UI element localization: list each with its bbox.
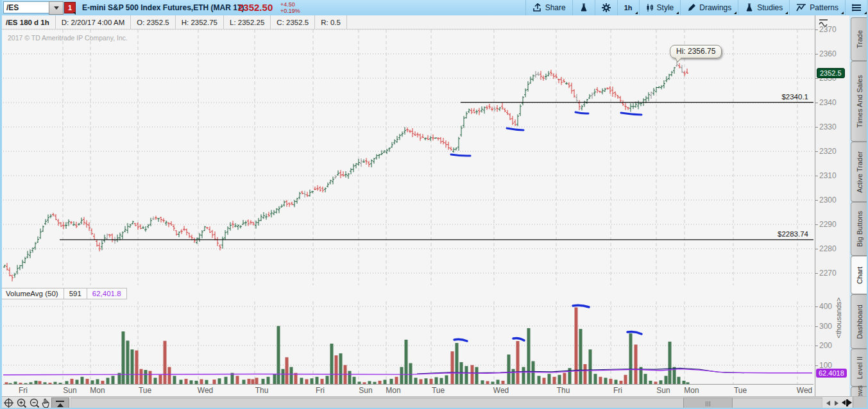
time-axis-label: Wed <box>792 386 817 395</box>
symbol-dropdown-button[interactable] <box>49 1 64 15</box>
zoom-in-icon[interactable] <box>17 398 27 408</box>
chart-toolbar: 1 E-mini S&P 500 Index Futures,ETH (MAR … <box>0 0 868 15</box>
share-label: Share <box>545 3 566 12</box>
volume-study-header: VolumeAvg (50) 591 62,401.8 <box>0 288 127 299</box>
volume-axis-tick-label: 200 <box>819 341 832 350</box>
price-axis-tick-label: 2280 <box>819 244 837 253</box>
style-label: Style <box>657 3 674 12</box>
zoom-out-icon[interactable] <box>30 398 40 408</box>
axis-tick <box>815 365 818 366</box>
patterns-button[interactable]: Patterns <box>789 0 845 15</box>
price-axis-tick-label: 2320 <box>819 147 837 156</box>
price-axis-tick-label: 2330 <box>819 122 837 131</box>
price-level-label[interactable]: $2340.1 <box>747 93 808 101</box>
axis-tick <box>815 306 818 307</box>
drawings-label: Drawings <box>699 3 731 12</box>
sidebar-tab-label: Level II <box>856 356 864 379</box>
drawn-mark[interactable] <box>621 113 642 115</box>
share-icon <box>532 3 542 12</box>
chart-menu-button[interactable] <box>845 0 868 15</box>
link-number-badge[interactable]: 1 <box>64 2 76 13</box>
thinkorswim-window: 1 E-mini S&P 500 Index Futures,ETH (MAR … <box>0 0 868 409</box>
sidebar-tab-label: Active Trader <box>856 151 864 193</box>
drawings-button[interactable]: Drawings <box>680 0 738 15</box>
scroll-left-arrow[interactable] <box>826 401 830 406</box>
beaker-icon <box>579 3 588 12</box>
sidebar-tab-active-trader[interactable]: Active Trader <box>851 142 868 202</box>
time-axis-label: Mon <box>85 386 110 395</box>
share-button[interactable]: Share <box>525 0 572 15</box>
price-chart[interactable] <box>3 29 813 287</box>
price-level-label[interactable]: $2283.74 <box>747 230 808 238</box>
drawn-mark[interactable] <box>513 338 524 340</box>
axis-tick <box>815 29 818 30</box>
studies-button[interactable]: Studies <box>738 0 789 15</box>
volume-avg-bubble: 62.4018 <box>816 369 847 378</box>
chart-scrollbar-track[interactable] <box>71 397 822 408</box>
volume-avg-value: 62,401.8 <box>87 288 127 299</box>
hamburger-menu-icon <box>852 4 862 12</box>
pattern-zigzag-icon <box>796 3 806 12</box>
style-button[interactable]: Style <box>639 0 681 15</box>
sidebar-tab-chart[interactable]: Chart <box>851 256 868 294</box>
sidebar-tab-times-and-sales[interactable]: Times And Sales <box>851 61 868 142</box>
expand-collapse-icon[interactable] <box>842 399 852 407</box>
axis-tick <box>815 151 818 152</box>
interval-button[interactable]: 1h <box>617 0 639 15</box>
drawn-mark[interactable] <box>575 112 588 113</box>
sidebar-tab-trade[interactable]: Trade <box>851 17 868 61</box>
volume-axis-tick-label: 400 <box>819 302 832 311</box>
open-cell: O: 2352.5 <box>131 15 176 29</box>
last-price-bubble: 2352.5 <box>817 68 845 78</box>
drawn-mark[interactable] <box>454 339 467 341</box>
change-value: +4.50 <box>280 1 300 8</box>
time-axis-label: Tue <box>728 386 753 395</box>
crosshair-tool-icon[interactable] <box>4 398 13 408</box>
change-percent: +0.19% <box>280 8 300 14</box>
volume-chart[interactable] <box>3 300 813 385</box>
time-axis-label: Sun <box>57 386 83 395</box>
beaker-icon <box>745 3 754 12</box>
axis-tick <box>815 176 818 176</box>
pencil-icon <box>687 3 696 12</box>
range-cell: R: 0.5 <box>315 15 347 29</box>
ohlc-readout-bar: /ES 180 d 1h D: 2/20/17 4:00 AM O: 2352.… <box>0 15 815 29</box>
pan-hand-icon[interactable] <box>41 398 50 408</box>
drawn-mark[interactable] <box>451 154 470 156</box>
axis-tick <box>815 249 818 249</box>
sidebar-tab-label: Dashboard <box>856 305 864 339</box>
gadget-sidebar: TradeTimes And SalesActive TraderBig But… <box>849 15 868 409</box>
drawn-mark[interactable] <box>507 128 523 130</box>
volume-value: 591 <box>64 288 87 299</box>
symbol-input[interactable] <box>3 1 49 13</box>
last-price: 2352.50 <box>238 2 273 13</box>
studies-label: Studies <box>757 3 783 12</box>
tests-button[interactable] <box>572 0 595 15</box>
axis-tick <box>815 200 818 201</box>
price-axis-tick-label: 2290 <box>819 220 837 229</box>
high-price-tooltip: Hi: 2356.75 <box>670 45 722 58</box>
price-axis[interactable]: 2352.5 62.4018 <thousands> 2370236023502… <box>815 15 850 397</box>
time-axis-label: Fri <box>307 386 333 395</box>
close-cell: C: 2352.5 <box>271 15 315 29</box>
gear-icon <box>602 3 611 12</box>
sidebar-tab-label: Times And Sales <box>856 75 864 128</box>
sidebar-tab-level-ii[interactable]: Level II <box>851 349 868 387</box>
low-cell: L: 2352.25 <box>224 15 271 29</box>
axis-tick <box>815 78 818 79</box>
axis-tick <box>815 127 818 128</box>
sidebar-tab-dashboard[interactable]: Dashboard <box>851 294 868 349</box>
chart-canvas-region[interactable]: 2017 © TD Ameritrade IP Company, Inc. Hi… <box>0 29 815 396</box>
instrument-title: E-mini S&P 500 Index Futures,ETH (MAR 17… <box>82 3 244 12</box>
sidebar-tab-label: Trade <box>856 30 864 48</box>
scroll-right-arrow[interactable] <box>835 401 838 406</box>
axis-tick <box>815 326 818 327</box>
settings-button[interactable] <box>595 0 617 15</box>
drawn-mark[interactable] <box>573 305 589 307</box>
auto-scale-icon <box>56 401 64 402</box>
symbol-range-cell: /ES 180 d 1h <box>0 15 56 29</box>
volume-study-label[interactable]: VolumeAvg (50) <box>0 288 64 299</box>
sidebar-tab-big-buttons[interactable]: Big Buttons <box>851 202 868 256</box>
time-axis-label: Tue <box>132 386 158 395</box>
axis-tick <box>815 224 818 225</box>
